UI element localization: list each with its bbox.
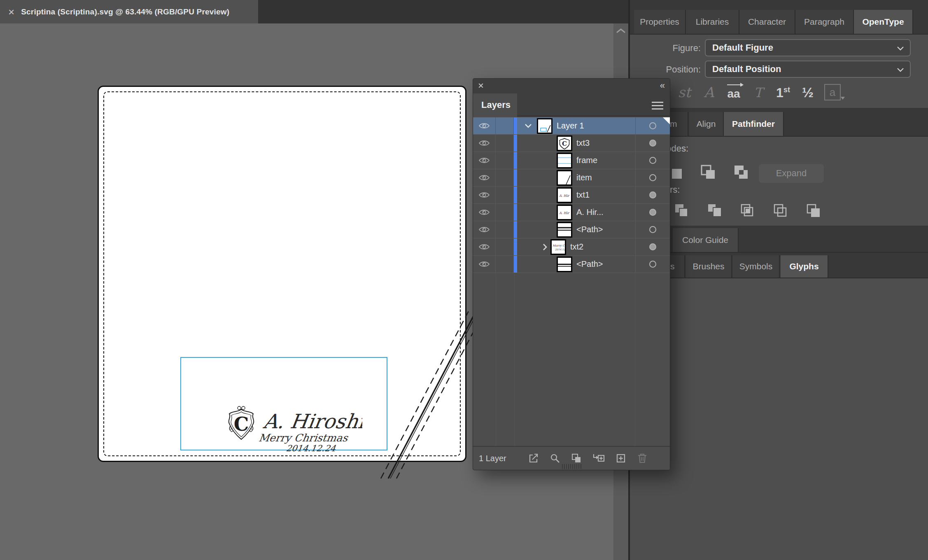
delete-layer-icon[interactable] xyxy=(637,453,648,464)
layer-row-path1[interactable]: <Path> xyxy=(473,221,670,238)
layer-name[interactable]: txt2 xyxy=(570,242,583,252)
stylistic-alternates-button[interactable]: a xyxy=(824,84,841,100)
layer-name[interactable]: <Path> xyxy=(576,259,603,269)
tab-layers[interactable]: Layers xyxy=(473,93,517,117)
close-document-icon[interactable]: × xyxy=(8,7,14,17)
tab-character[interactable]: Character xyxy=(739,10,795,34)
layer-row-a-hiroshi[interactable]: A. Hir A. Hir... xyxy=(473,204,670,221)
tab-libraries[interactable]: Libraries xyxy=(686,10,739,34)
layer-thumbnail[interactable] xyxy=(537,118,553,134)
lock-toggle[interactable] xyxy=(496,187,514,203)
search-icon[interactable] xyxy=(550,453,560,464)
tab-properties[interactable]: Properties xyxy=(634,10,686,34)
collapse-panel-icon[interactable]: « xyxy=(660,80,664,91)
target-circle[interactable] xyxy=(649,209,656,216)
crop-icon[interactable] xyxy=(772,203,789,219)
lock-toggle[interactable] xyxy=(496,221,514,238)
layer-thumbnail[interactable]: C xyxy=(557,135,572,151)
tab-symbols[interactable]: Symbols xyxy=(733,255,780,278)
visibility-toggle[interactable] xyxy=(473,135,496,152)
layer-thumbnail[interactable] xyxy=(557,153,572,168)
minus-back-icon[interactable] xyxy=(805,203,822,219)
layer-thumbnail[interactable]: A. Hir xyxy=(557,187,572,203)
layer-row-frame[interactable]: frame xyxy=(473,152,670,169)
layer-name[interactable]: frame xyxy=(576,156,597,165)
visibility-toggle[interactable] xyxy=(473,169,496,186)
collect-for-export-icon[interactable] xyxy=(528,453,539,464)
scroll-up-icon[interactable] xyxy=(616,28,626,34)
layer-thumbnail[interactable] xyxy=(557,257,572,272)
swash-button[interactable]: T xyxy=(750,85,767,100)
layer-row-txt3[interactable]: C txt3 xyxy=(473,135,670,152)
target-circle[interactable] xyxy=(649,261,656,268)
lock-toggle[interactable] xyxy=(496,169,514,186)
monogram-letter: C xyxy=(234,413,249,435)
panel-menu-icon[interactable] xyxy=(652,102,663,112)
layer-name[interactable]: txt3 xyxy=(576,138,590,148)
layer-row-txt2[interactable]: Merry Chr.2014.12 txt2 xyxy=(473,238,670,256)
target-circle[interactable] xyxy=(649,191,656,198)
lock-toggle[interactable] xyxy=(496,238,514,255)
document-tab[interactable]: × Scriptina (Scriptina).svg @ 63.44% (RG… xyxy=(0,0,258,23)
visibility-toggle[interactable] xyxy=(473,117,496,134)
ordinals-button[interactable]: 1st xyxy=(775,85,791,100)
layer-name[interactable]: A. Hir... xyxy=(576,208,604,217)
merge-icon[interactable] xyxy=(739,203,756,219)
lock-toggle[interactable] xyxy=(496,135,514,152)
standard-ligatures-button[interactable]: st xyxy=(676,84,693,100)
visibility-toggle[interactable] xyxy=(473,152,496,169)
visibility-toggle[interactable] xyxy=(473,204,496,221)
position-dropdown[interactable]: Default Position xyxy=(705,61,911,78)
layer-thumbnail[interactable]: A. Hir xyxy=(557,205,572,220)
visibility-toggle[interactable] xyxy=(473,238,496,255)
layer-name[interactable]: <Path> xyxy=(576,225,603,234)
tab-brushes[interactable]: Brushes xyxy=(686,255,732,278)
layer-row-layer1[interactable]: Layer 1 xyxy=(473,117,670,135)
figure-dropdown[interactable]: Default Figure xyxy=(705,39,911,56)
panel-resize-grip[interactable] xyxy=(562,464,582,469)
trim-icon[interactable] xyxy=(706,203,723,219)
tab-paragraph[interactable]: Paragraph xyxy=(795,10,854,34)
layers-panel-titlebar[interactable]: × « xyxy=(473,79,670,93)
visibility-toggle[interactable] xyxy=(473,187,496,203)
target-circle[interactable] xyxy=(649,157,656,164)
target-circle[interactable] xyxy=(649,243,656,250)
new-layer-icon[interactable] xyxy=(616,453,626,464)
target-circle[interactable] xyxy=(649,226,656,233)
tab-color-guide[interactable]: Color Guide xyxy=(673,228,739,252)
chevron-right-icon[interactable] xyxy=(543,243,547,251)
minus-front-icon[interactable] xyxy=(700,164,716,180)
layer-thumbnail[interactable]: Merry Chr.2014.12 xyxy=(550,239,566,255)
layer-name[interactable]: item xyxy=(576,173,592,182)
lock-toggle[interactable] xyxy=(496,256,514,273)
divide-icon[interactable] xyxy=(674,203,690,219)
target-circle[interactable] xyxy=(649,174,656,181)
visibility-toggle[interactable] xyxy=(473,256,496,273)
lock-toggle[interactable] xyxy=(496,152,514,169)
tab-pathfinder[interactable]: Pathfinder xyxy=(724,112,784,136)
tab-glyphs[interactable]: Glyphs xyxy=(781,255,828,278)
new-sublayer-icon[interactable] xyxy=(592,453,605,464)
close-panel-icon[interactable]: × xyxy=(478,80,484,91)
make-clipping-mask-icon[interactable] xyxy=(571,453,582,464)
target-circle[interactable] xyxy=(649,122,656,129)
layer-row-item[interactable]: item xyxy=(473,169,670,187)
tab-align[interactable]: Align xyxy=(689,112,724,136)
lock-toggle[interactable] xyxy=(496,204,514,221)
lock-toggle[interactable] xyxy=(496,117,514,134)
contextual-alternates-button[interactable]: A xyxy=(701,84,717,100)
layer-thumbnail[interactable] xyxy=(557,222,572,238)
fractions-button[interactable]: ½ xyxy=(800,84,816,100)
layer-name[interactable]: Layer 1 xyxy=(557,121,584,131)
layer-thumbnail[interactable] xyxy=(557,170,572,186)
tab-opentype[interactable]: OpenType xyxy=(854,10,913,34)
chevron-down-icon[interactable] xyxy=(525,124,532,128)
discretionary-ligatures-button[interactable]: aa xyxy=(725,82,742,100)
expand-button[interactable]: Expand xyxy=(759,164,824,183)
visibility-toggle[interactable] xyxy=(473,221,496,238)
layer-name[interactable]: txt1 xyxy=(576,190,590,200)
layer-row-txt1[interactable]: A. Hir txt1 xyxy=(473,187,670,204)
layer-row-path2[interactable]: <Path> xyxy=(473,256,670,273)
exclude-icon[interactable] xyxy=(733,164,749,180)
target-circle[interactable] xyxy=(649,140,656,147)
